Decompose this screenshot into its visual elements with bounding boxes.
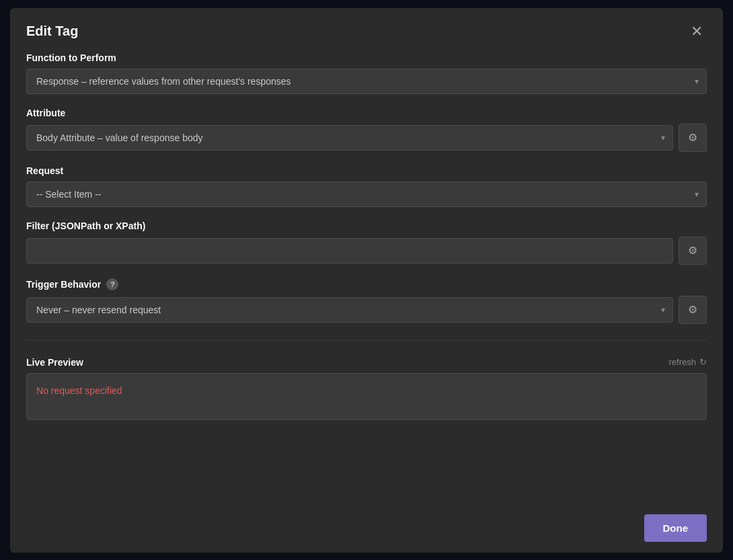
modal-footer: Done xyxy=(10,504,723,553)
trigger-gear-button[interactable]: ⚙ xyxy=(679,296,707,324)
filter-field-group: Filter (JSONPath or XPath) ⚙ xyxy=(26,221,707,265)
modal-overlay: Edit Tag ✕ Function to Perform Response … xyxy=(0,0,733,560)
refresh-button[interactable]: refresh ↻ xyxy=(669,357,707,367)
function-field-group: Function to Perform Response – reference… xyxy=(26,52,707,94)
live-preview-header: Live Preview refresh ↻ xyxy=(26,357,707,368)
trigger-help-icon[interactable]: ? xyxy=(106,278,118,290)
trigger-input-row: Never – never resend request ▾ ⚙ xyxy=(26,296,707,324)
trigger-select-wrapper: Never – never resend request ▾ xyxy=(26,297,673,323)
done-button[interactable]: Done xyxy=(644,514,707,542)
attribute-gear-button[interactable]: ⚙ xyxy=(679,124,707,152)
modal-header: Edit Tag ✕ xyxy=(10,8,723,52)
preview-box: No request specified xyxy=(26,373,707,420)
trigger-field-group: Trigger Behavior ? Never – never resend … xyxy=(26,278,707,324)
close-button[interactable]: ✕ xyxy=(687,22,707,42)
live-preview-section: Live Preview refresh ↻ No request specif… xyxy=(26,357,707,420)
attribute-select[interactable]: Body Attribute – value of response body xyxy=(26,125,673,151)
refresh-label: refresh xyxy=(669,357,696,367)
filter-gear-button[interactable]: ⚙ xyxy=(679,237,707,265)
trigger-gear-icon: ⚙ xyxy=(688,303,697,316)
attribute-gear-icon: ⚙ xyxy=(688,131,697,144)
modal-title: Edit Tag xyxy=(26,24,78,39)
preview-error-message: No request specified xyxy=(36,385,122,396)
attribute-label: Attribute xyxy=(26,108,707,118)
request-select[interactable]: -- Select Item -- xyxy=(26,182,707,207)
filter-gear-icon: ⚙ xyxy=(688,244,697,257)
request-field-group: Request -- Select Item -- ▾ xyxy=(26,165,707,207)
trigger-label-row: Trigger Behavior ? xyxy=(26,278,707,290)
filter-input-row: ⚙ xyxy=(26,237,707,265)
live-preview-label: Live Preview xyxy=(26,357,83,368)
modal-body: Function to Perform Response – reference… xyxy=(10,52,723,504)
trigger-label: Trigger Behavior xyxy=(26,279,101,290)
refresh-icon: ↻ xyxy=(699,357,707,367)
request-select-wrapper: -- Select Item -- ▾ xyxy=(26,182,707,207)
attribute-field-group: Attribute Body Attribute – value of resp… xyxy=(26,108,707,152)
attribute-select-wrapper: Body Attribute – value of response body … xyxy=(26,125,673,151)
main-content: Function to Perform Response – reference… xyxy=(26,52,707,487)
function-select[interactable]: Response – reference values from other r… xyxy=(26,69,707,94)
attribute-input-row: Body Attribute – value of response body … xyxy=(26,124,707,152)
function-label: Function to Perform xyxy=(26,52,707,63)
filter-input[interactable] xyxy=(26,238,673,264)
function-select-wrapper: Response – reference values from other r… xyxy=(26,69,707,94)
filter-label: Filter (JSONPath or XPath) xyxy=(26,221,707,231)
request-label: Request xyxy=(26,165,707,176)
section-divider xyxy=(26,340,707,341)
trigger-select[interactable]: Never – never resend request xyxy=(26,297,673,323)
edit-tag-modal: Edit Tag ✕ Function to Perform Response … xyxy=(10,8,723,553)
